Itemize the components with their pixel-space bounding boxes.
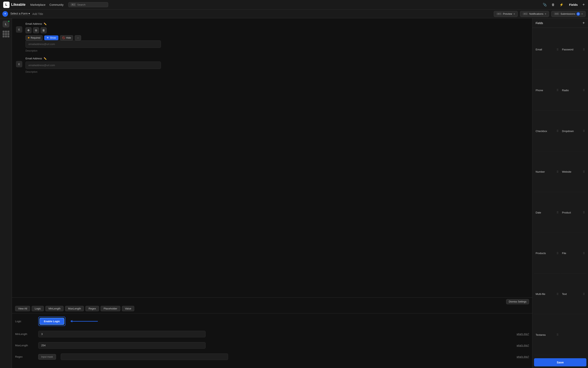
maxlength-input[interactable] — [38, 342, 206, 349]
enable-logic-btn[interactable]: Enable Logic — [39, 318, 64, 325]
delete-icon-btn[interactable]: 🗑 — [551, 2, 556, 7]
tab-logic[interactable]: Logic — [32, 306, 44, 311]
form-field-row-1: E Email Address ✏️ ✥ ⧉ 🗑 ✱ Require — [16, 22, 528, 52]
minlength-input[interactable] — [38, 331, 206, 337]
field-item-textarea[interactable]: Textarea ⠿ — [534, 315, 560, 355]
field-input-2[interactable]: emailaddress@url.com — [26, 62, 161, 69]
field-content-2: Email Address ✏️ emailaddress@url.com De… — [26, 57, 528, 73]
app-logo: L Likeable — [3, 2, 26, 8]
field-item-number[interactable]: Number ⠿ — [534, 152, 560, 192]
grid-cell — [3, 31, 5, 33]
field-item-dropdown[interactable]: Dropdown ⠿ — [560, 111, 587, 151]
submissions-plus-btn[interactable]: + — [581, 12, 583, 16]
field-toggle-row: ✱ Required 👁 Show 🚫 Hide ··· — [26, 35, 528, 40]
required-btn[interactable]: ✱ Required — [26, 35, 43, 40]
maxlength-whats-this[interactable]: what's this? — [517, 344, 529, 347]
delete-field-btn[interactable]: 🗑 — [41, 27, 47, 33]
field-item-radio[interactable]: Radio ⠿ — [560, 70, 587, 111]
field-item-products[interactable]: Products ⠿ — [534, 233, 560, 274]
app-name: Likeable — [11, 3, 26, 7]
edit-pencil-1[interactable]: ✏️ — [44, 22, 47, 25]
tab-maxlength[interactable]: MaxLength — [65, 306, 84, 311]
field-item-multi-file[interactable]: Multi-file ⠿ — [534, 274, 560, 314]
regex-label: Regex — [15, 355, 35, 358]
dismiss-settings-btn[interactable]: Dismiss Settings — [506, 299, 529, 304]
notifications-label: Notifications — [529, 12, 543, 15]
center-content: E Email Address ✏️ ✥ ⧉ 🗑 ✱ Require — [12, 18, 532, 368]
add-field-sidebar-btn[interactable]: + — [582, 21, 585, 25]
attachment-icon-btn[interactable]: 📎 — [542, 2, 548, 7]
field-actions-1: ✥ ⧉ 🗑 — [26, 27, 528, 33]
edit-pencil-2[interactable]: ✏️ — [44, 57, 47, 60]
grid-cell — [7, 33, 9, 35]
notifications-plus-btn[interactable]: + — [545, 12, 546, 16]
required-label: Required — [31, 37, 40, 39]
field-input-1[interactable]: emailaddress@url.com — [26, 40, 161, 48]
submissions-tab[interactable]: ⌘B Submissions 0 + — [551, 11, 586, 17]
marketplace-link[interactable]: Marketplace — [30, 3, 46, 6]
grid-cell — [3, 33, 5, 35]
logic-btn-wrapper: Enable Logic — [38, 317, 65, 326]
arrow-line — [72, 321, 98, 322]
field-letter-1: E — [16, 26, 22, 33]
tab-view-all[interactable]: View All — [15, 306, 30, 311]
field-item-password[interactable]: Password ⠿ — [560, 29, 587, 70]
settings-panel: Dismiss Settings View All Logic MinLengt… — [12, 297, 532, 368]
field-label-row-1: Email Address ✏️ — [26, 22, 528, 25]
notifications-tab[interactable]: ⌘E Notifications + — [520, 11, 549, 17]
avatar: L — [3, 21, 9, 28]
field-item-file[interactable]: File ⠿ — [560, 233, 587, 274]
grid-cell — [5, 31, 7, 33]
copy-icon-btn[interactable]: ⧉ — [33, 27, 39, 33]
new-form-btn[interactable]: + — [2, 11, 8, 17]
tab-placeholder[interactable]: Placeholder — [101, 306, 120, 311]
field-item-product[interactable]: Product ⠿ — [560, 193, 587, 233]
minlength-label: MinLength — [15, 332, 35, 336]
regex-input[interactable] — [61, 353, 228, 360]
minlength-whats-this[interactable]: what's this? — [517, 333, 529, 336]
grid-cell — [3, 36, 5, 37]
field-label-row-2: Email Address ✏️ — [26, 57, 528, 60]
regex-whats-this[interactable]: what's this? — [517, 355, 529, 358]
settings-header: Dismiss Settings — [12, 297, 532, 306]
search-bar[interactable]: ⌘Z Search — [68, 2, 108, 7]
show-label: Show — [50, 37, 56, 39]
save-btn[interactable]: Save — [534, 358, 586, 366]
submissions-kbd: ⌘B — [554, 13, 559, 15]
input-mask-btn[interactable]: Input mask — [38, 354, 56, 360]
field-desc-1: Description — [26, 49, 528, 52]
field-item-date[interactable]: Date ⠿ — [534, 193, 560, 233]
left-sidebar: L — [0, 18, 12, 368]
right-sidebar-header: Fields + — [533, 18, 588, 28]
preview-plus-btn[interactable]: + — [513, 12, 515, 16]
nav-links: Marketplace Community — [30, 3, 64, 6]
community-link[interactable]: Community — [49, 3, 64, 6]
tab-minlength[interactable]: MinLength — [46, 306, 64, 311]
logo-icon: L — [3, 2, 9, 8]
move-icon-btn[interactable]: ✥ — [26, 27, 31, 33]
add-title-btn[interactable]: Add Title — [32, 12, 43, 16]
field-item-email[interactable]: Email ⠿ — [534, 29, 560, 70]
logic-row: Logic Enable Logic — [15, 317, 529, 326]
field-content-1: Email Address ✏️ ✥ ⧉ 🗑 ✱ Required — [26, 22, 528, 52]
right-fields-grid: Email ⠿ Password ⠿ Phone ⠿ Radio ⠿ Check… — [533, 28, 588, 357]
more-options-btn[interactable]: ··· — [75, 35, 81, 40]
field-item-phone[interactable]: Phone ⠿ — [534, 70, 560, 111]
toolbar-row: + Select a Form ▾ Add Title ⌘X Preview +… — [0, 9, 588, 18]
grid-view-icon[interactable] — [3, 31, 9, 37]
tab-regex[interactable]: Regex — [85, 306, 99, 311]
field-item-text[interactable]: Text ⠿ — [560, 274, 587, 314]
add-field-btn[interactable]: + — [582, 2, 585, 7]
tab-value[interactable]: Value — [122, 306, 134, 311]
search-placeholder: Search — [77, 3, 85, 6]
field-item-checkbox[interactable]: Checkbox ⠿ — [534, 111, 560, 151]
grid-cell — [7, 31, 9, 33]
right-sidebar: Fields + Email ⠿ Password ⠿ Phone ⠿ Radi… — [532, 18, 588, 368]
show-btn[interactable]: 👁 Show — [44, 36, 58, 40]
preview-tab[interactable]: ⌘X Preview + — [494, 11, 518, 17]
lightning-icon-btn[interactable]: ⚡ — [559, 2, 564, 7]
select-form-btn[interactable]: Select a Form ▾ — [10, 12, 30, 16]
grid-cell — [5, 36, 7, 37]
hide-btn[interactable]: 🚫 Hide — [60, 35, 73, 40]
field-item-website[interactable]: Website ⠿ — [560, 152, 587, 192]
